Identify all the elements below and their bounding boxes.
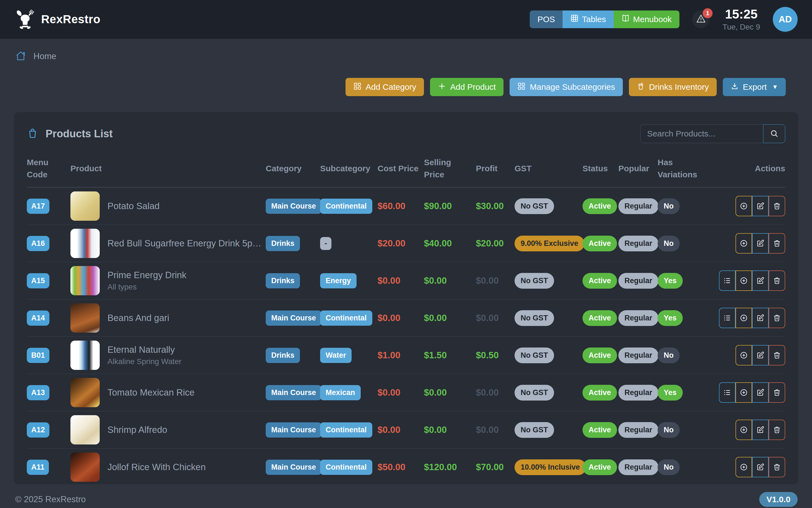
- column-header: Actions: [717, 162, 785, 175]
- product-image: [71, 303, 100, 333]
- selling-price: $0.00: [424, 276, 447, 286]
- gst-badge: No GST: [514, 422, 554, 438]
- category-badge: Drinks: [266, 273, 300, 288]
- edit-button[interactable]: [752, 345, 769, 366]
- subcategory-badge: Water: [320, 348, 352, 363]
- page-title: Products List: [46, 128, 113, 140]
- add-circle-button[interactable]: [735, 457, 752, 477]
- edit-button[interactable]: [752, 196, 769, 216]
- table-row: A14 Beans And gari Main Course Continent…: [27, 299, 785, 337]
- popular-badge: Regular: [618, 198, 659, 214]
- edit-button[interactable]: [752, 308, 769, 328]
- status-badge: Active: [583, 347, 617, 363]
- search-icon: [770, 129, 778, 139]
- add-circle-button[interactable]: [735, 345, 752, 366]
- search-button[interactable]: [763, 124, 785, 143]
- column-header: Subcategory: [320, 162, 377, 175]
- delete-button[interactable]: [769, 196, 785, 216]
- drinks-inventory-button[interactable]: Drinks Inventory: [629, 78, 717, 96]
- variations-badge: No: [658, 459, 680, 475]
- column-header: Status: [583, 162, 618, 175]
- table-header-row: Menu CodeProductCategorySubcategoryCost …: [27, 156, 785, 187]
- row-actions: [717, 457, 785, 477]
- drinks-inventory-label: Drinks Inventory: [649, 82, 709, 92]
- breadcrumb[interactable]: Home: [15, 50, 56, 62]
- variations-badge: Yes: [658, 310, 683, 326]
- add-circle-button[interactable]: [735, 196, 752, 216]
- subcategory-badge: Continental: [320, 422, 372, 437]
- grid-icon: [353, 82, 362, 92]
- table-grid-icon: [570, 14, 579, 24]
- menu-code-badge: A12: [27, 422, 49, 437]
- nav-pos-button[interactable]: POS: [530, 10, 562, 28]
- column-header: Menu Code: [27, 156, 71, 180]
- search-input[interactable]: [640, 124, 763, 143]
- export-label: Export: [743, 82, 767, 92]
- shopping-bag-icon: [27, 127, 38, 140]
- cost-price: $1.00: [377, 350, 401, 361]
- popular-badge: Regular: [618, 385, 659, 400]
- alerts-button[interactable]: 1: [692, 10, 710, 28]
- drink-cup-icon: [637, 82, 645, 92]
- list-variations-button[interactable]: [719, 308, 735, 328]
- delete-button[interactable]: [769, 308, 785, 328]
- row-actions: [717, 233, 785, 254]
- add-circle-button[interactable]: [735, 308, 752, 328]
- table-body: A17 Potato Salad Main Course Continental…: [27, 187, 785, 484]
- manage-subcategories-button[interactable]: Manage Subcategories: [509, 78, 623, 96]
- add-circle-button[interactable]: [735, 420, 752, 440]
- edit-button[interactable]: [752, 270, 769, 291]
- add-category-button[interactable]: Add Category: [346, 78, 424, 96]
- edit-button[interactable]: [752, 382, 769, 403]
- delete-button[interactable]: [769, 420, 785, 440]
- status-badge: Active: [583, 236, 617, 251]
- menu-code-badge: A15: [27, 273, 49, 288]
- list-variations-button[interactable]: [719, 382, 735, 403]
- delete-button[interactable]: [769, 457, 785, 477]
- subcategory-badge: Energy: [320, 273, 357, 288]
- export-button[interactable]: Export ▼: [723, 78, 786, 96]
- category-badge: Drinks: [266, 236, 300, 251]
- table-row: A11 Jollof Rice With Chicken Main Course…: [27, 449, 785, 484]
- nav-menubook-button[interactable]: Menubook: [614, 10, 679, 28]
- product-name: Shrimp Alfredo: [107, 425, 167, 435]
- add-product-button[interactable]: Add Product: [430, 78, 503, 96]
- products-table: Menu CodeProductCategorySubcategoryCost …: [27, 156, 785, 484]
- gst-badge: 10.00% Inclusive: [514, 459, 586, 475]
- nav-tables-button[interactable]: Tables: [562, 10, 614, 28]
- add-product-label: Add Product: [450, 82, 496, 92]
- list-variations-button[interactable]: [719, 270, 735, 291]
- column-header: Has Variations: [658, 156, 717, 180]
- avatar[interactable]: AD: [773, 7, 798, 32]
- selling-price: $90.00: [424, 201, 452, 211]
- edit-button[interactable]: [752, 420, 769, 440]
- add-circle-button[interactable]: [735, 382, 752, 403]
- popular-badge: Regular: [618, 422, 659, 438]
- delete-button[interactable]: [769, 233, 785, 254]
- edit-button[interactable]: [752, 233, 769, 254]
- column-header: Popular: [618, 162, 658, 175]
- delete-button[interactable]: [769, 345, 785, 366]
- product-name: Tomato Mexican Rice: [107, 387, 194, 398]
- selling-price: $1.50: [424, 350, 447, 361]
- subcategory-badge: Continental: [320, 310, 372, 326]
- brand[interactable]: RexRestro: [15, 9, 100, 29]
- edit-button[interactable]: [752, 457, 769, 477]
- cost-price: $60.00: [377, 201, 405, 211]
- status-badge: Active: [583, 459, 617, 475]
- delete-button[interactable]: [769, 382, 785, 403]
- add-circle-button[interactable]: [735, 233, 752, 254]
- profit-value: $0.00: [476, 313, 499, 323]
- download-icon: [730, 82, 739, 92]
- subcategory-badge: -: [320, 237, 331, 250]
- popular-badge: Regular: [618, 236, 659, 251]
- add-category-label: Add Category: [366, 82, 416, 92]
- variations-badge: No: [658, 236, 680, 251]
- table-row: A16 Red Bull Sugarfree Energy Drink 5pac…: [27, 225, 785, 262]
- add-circle-button[interactable]: [735, 270, 752, 291]
- footer: © 2025 RexRestro V1.0.0: [0, 492, 812, 507]
- product-image: [71, 192, 100, 221]
- delete-button[interactable]: [769, 270, 785, 291]
- menu-code-badge: A14: [27, 310, 49, 326]
- row-actions: [717, 345, 785, 366]
